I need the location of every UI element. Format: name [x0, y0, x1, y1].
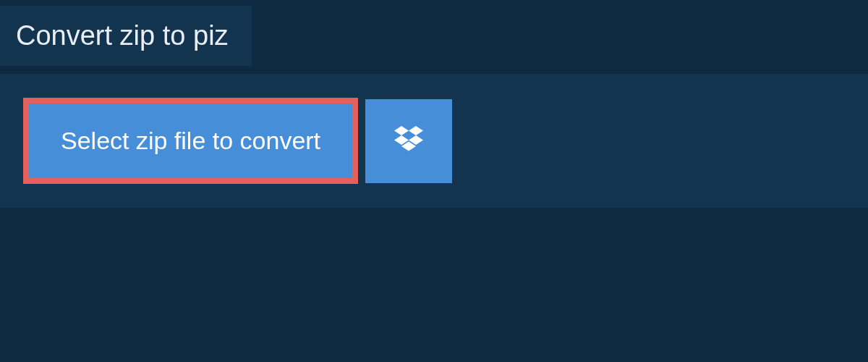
select-file-button[interactable]: Select zip file to convert [29, 104, 352, 178]
dropbox-icon [394, 126, 423, 156]
dropbox-button[interactable] [365, 99, 452, 183]
highlight-frame: Select zip file to convert [23, 98, 358, 184]
select-file-label: Select zip file to convert [61, 127, 320, 154]
tab-convert[interactable]: Convert zip to piz [0, 6, 252, 66]
tab-label: Convert zip to piz [16, 20, 229, 51]
main-panel: Select zip file to convert [0, 74, 868, 208]
tab-bar: Convert zip to piz [0, 6, 252, 66]
